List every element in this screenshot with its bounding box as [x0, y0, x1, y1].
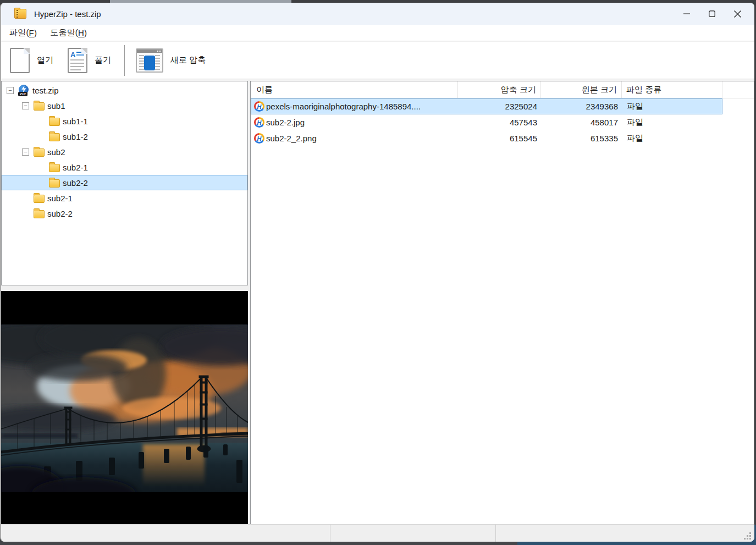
file-row[interactable]: Hsub2-2_2.png 615545 615335 파일 — [251, 130, 722, 146]
compressed-size: 457543 — [459, 118, 542, 127]
tree-item-sub1[interactable]: − sub1 — [2, 98, 247, 113]
tree-item-label: sub2-1 — [47, 194, 73, 203]
column-header-name[interactable]: 이름 — [251, 81, 458, 98]
folder-tree: − ZIP test.zip − sub1 sub1-1 sub1-2 − su… — [1, 81, 248, 285]
column-header-filler — [722, 81, 754, 98]
new-archive-button[interactable]: 새로 압축 — [130, 46, 211, 75]
tree-item-sub2-2-selected[interactable]: sub2-2 — [2, 175, 247, 190]
status-bar — [1, 524, 754, 542]
compressed-size: 2325024 — [459, 102, 542, 111]
zipped-folder-icon — [14, 9, 26, 19]
file-name: sub2-2.jpg — [266, 118, 305, 127]
folder-icon — [49, 118, 60, 126]
tree-item-label: test.zip — [32, 86, 59, 95]
close-icon — [734, 10, 741, 18]
close-button[interactable] — [725, 3, 750, 25]
status-section — [330, 525, 496, 542]
minimize-button[interactable] — [674, 3, 699, 25]
hyperzip-file-icon: H — [254, 101, 264, 112]
folder-icon — [49, 179, 60, 188]
compressed-size: 615545 — [459, 134, 542, 143]
tree-item-label: sub2-2 — [47, 209, 73, 218]
open-button[interactable]: 열기 — [4, 46, 59, 75]
tree-item-sub2-2-root[interactable]: sub2-2 — [2, 206, 247, 221]
maximize-icon — [709, 10, 715, 17]
desktop-background-fragment — [0, 542, 517, 545]
file-type: 파일 — [622, 133, 723, 144]
folder-icon — [34, 210, 45, 218]
toolbar: 열기 A 풀기 새로 압축 — [1, 42, 754, 79]
collapse-icon[interactable]: − — [22, 102, 29, 109]
original-size: 458017 — [542, 118, 622, 127]
column-header-compressed-size[interactable]: 압축 크기 — [458, 81, 541, 98]
extract-button[interactable]: A 풀기 — [62, 46, 117, 75]
new-archive-button-label: 새로 압축 — [170, 55, 206, 65]
tree-item-sub1-2[interactable]: sub1-2 — [2, 129, 247, 144]
folder-icon — [49, 164, 60, 172]
file-row-selected[interactable]: Hpexels-maoriginalphotography-1485894...… — [251, 98, 722, 114]
tree-item-testzip[interactable]: − ZIP test.zip — [2, 82, 247, 98]
blank-document-icon — [10, 48, 30, 73]
tree-item-label: sub2 — [47, 147, 65, 157]
tree-item-label: sub2-1 — [63, 163, 88, 172]
file-name: pexels-maoriginalphotography-1485894.... — [266, 102, 421, 111]
file-type: 파일 — [622, 101, 723, 112]
svg-text:A: A — [70, 51, 76, 59]
new-archive-icon — [136, 48, 163, 73]
tree-item-label: sub1-1 — [63, 117, 88, 126]
minimize-icon — [683, 10, 690, 17]
file-name: sub2-2_2.png — [266, 134, 317, 143]
column-header-file-type[interactable]: 파일 종류 — [622, 81, 722, 98]
tree-item-sub2[interactable]: − sub2 — [2, 144, 247, 159]
resize-grip[interactable] — [744, 532, 751, 540]
hyperzip-window: HyperZip - test.zip 파일(F) 도움말(H) 열기 A — [0, 3, 754, 542]
status-section — [1, 525, 330, 542]
tree-item-label: sub1 — [47, 101, 65, 111]
hyperzip-file-icon: H — [254, 133, 264, 144]
tree-item-label: sub1-2 — [63, 132, 88, 141]
column-header-original-size[interactable]: 원본 크기 — [541, 81, 622, 98]
toolbar-separator — [124, 45, 125, 76]
folder-icon — [34, 102, 45, 111]
hyperzip-file-icon: H — [254, 117, 264, 128]
bridge-sunset-photo — [1, 324, 248, 492]
original-size: 2349368 — [542, 102, 622, 111]
image-preview-pane — [1, 291, 248, 526]
zip-archive-icon: ZIP — [18, 85, 30, 96]
file-row[interactable]: Hsub2-2.jpg 457543 458017 파일 — [251, 114, 722, 130]
status-section — [496, 525, 754, 542]
file-list-header: 이름 압축 크기 원본 크기 파일 종류 — [251, 81, 754, 98]
file-type: 파일 — [622, 117, 723, 128]
tree-item-sub2-1-root[interactable]: sub2-1 — [2, 190, 247, 206]
file-list-panel: 이름 압축 크기 원본 크기 파일 종류 Hpexels-maoriginalp… — [250, 81, 754, 526]
maximize-button[interactable] — [699, 3, 725, 25]
tree-item-sub2-1[interactable]: sub2-1 — [2, 159, 247, 175]
menu-bar: 파일(F) 도움말(H) — [1, 25, 754, 41]
window-title: HyperZip - test.zip — [34, 9, 101, 19]
text-document-icon: A — [68, 48, 87, 73]
tree-item-sub1-1[interactable]: sub1-1 — [2, 113, 247, 129]
tree-item-label: sub2-2 — [63, 178, 88, 188]
extract-button-label: 풀기 — [95, 55, 111, 65]
collapse-icon[interactable]: − — [7, 87, 14, 94]
title-bar[interactable]: HyperZip - test.zip — [1, 3, 754, 25]
folder-icon — [49, 133, 60, 141]
folder-icon — [34, 195, 45, 203]
menu-help[interactable]: 도움말(H) — [43, 25, 93, 41]
original-size: 615335 — [542, 134, 622, 143]
open-button-label: 열기 — [37, 55, 53, 65]
collapse-icon[interactable]: − — [22, 148, 29, 156]
menu-file[interactable]: 파일(F) — [3, 25, 43, 41]
folder-icon — [34, 148, 45, 157]
